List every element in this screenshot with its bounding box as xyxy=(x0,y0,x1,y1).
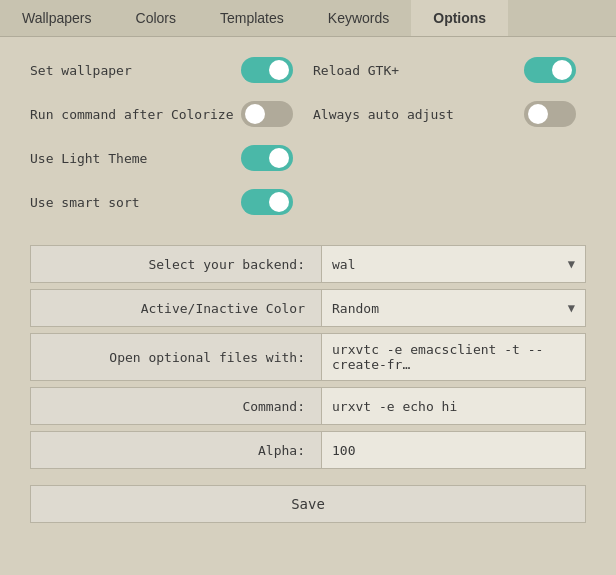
form-label-command: Command: xyxy=(31,391,321,422)
toggle-row-set-wallpaper: Set wallpaper xyxy=(30,57,303,83)
tab-keywords[interactable]: Keywords xyxy=(306,0,411,36)
toggle-row-smart-sort: Use smart sort xyxy=(30,189,303,215)
toggle-row-auto-adjust: Always auto adjust xyxy=(313,101,586,127)
toggle-reload-gtk[interactable] xyxy=(524,57,576,83)
active-inactive-value-text: Random xyxy=(332,301,379,316)
form-value-open-files[interactable]: urxvtc -e emacsclient -t --create-fr… xyxy=(321,334,585,380)
form-section: Select your backend: wal ▼ Active/Inacti… xyxy=(30,245,586,523)
toggle-thumb-run-command xyxy=(245,104,265,124)
content-area: Set wallpaper Reload GTK+ Run command af… xyxy=(0,37,616,575)
save-section: Save xyxy=(30,485,586,523)
tab-options[interactable]: Options xyxy=(411,0,508,36)
toggle-label-smart-sort: Use smart sort xyxy=(30,195,140,210)
toggle-light-theme[interactable] xyxy=(241,145,293,171)
tab-bar: Wallpapers Colors Templates Keywords Opt… xyxy=(0,0,616,37)
toggle-auto-adjust[interactable] xyxy=(524,101,576,127)
toggle-track-auto-adjust xyxy=(524,101,576,127)
toggle-track-run-command xyxy=(241,101,293,127)
form-value-backend[interactable]: wal ▼ xyxy=(321,246,585,282)
form-label-open-files: Open optional files with: xyxy=(31,342,321,373)
toggle-label-light-theme: Use Light Theme xyxy=(30,151,147,166)
toggle-thumb-smart-sort xyxy=(269,192,289,212)
toggle-track-reload-gtk xyxy=(524,57,576,83)
tab-wallpapers[interactable]: Wallpapers xyxy=(0,0,114,36)
toggle-label-auto-adjust: Always auto adjust xyxy=(313,107,454,122)
form-row-alpha: Alpha: 100 xyxy=(30,431,586,469)
form-value-alpha[interactable]: 100 xyxy=(321,432,585,468)
open-files-value-text: urxvtc -e emacsclient -t --create-fr… xyxy=(332,342,575,372)
toggle-thumb-set-wallpaper xyxy=(269,60,289,80)
form-label-alpha: Alpha: xyxy=(31,435,321,466)
toggle-track-light-theme xyxy=(241,145,293,171)
command-value-text: urxvt -e echo hi xyxy=(332,399,457,414)
form-value-active-inactive[interactable]: Random ▼ xyxy=(321,290,585,326)
app-container: Wallpapers Colors Templates Keywords Opt… xyxy=(0,0,616,575)
toggle-smart-sort[interactable] xyxy=(241,189,293,215)
toggle-set-wallpaper[interactable] xyxy=(241,57,293,83)
toggle-label-run-command: Run command after Colorize xyxy=(30,107,234,122)
backend-value-text: wal xyxy=(332,257,355,272)
form-row-backend: Select your backend: wal ▼ xyxy=(30,245,586,283)
form-row-command: Command: urxvt -e echo hi xyxy=(30,387,586,425)
backend-dropdown-arrow: ▼ xyxy=(568,257,575,271)
toggle-section: Set wallpaper Reload GTK+ Run command af… xyxy=(30,57,586,215)
toggle-label-reload-gtk: Reload GTK+ xyxy=(313,63,399,78)
toggle-row-run-command: Run command after Colorize xyxy=(30,101,303,127)
toggle-thumb-reload-gtk xyxy=(552,60,572,80)
toggle-row-light-theme: Use Light Theme xyxy=(30,145,303,171)
toggle-thumb-light-theme xyxy=(269,148,289,168)
tab-colors[interactable]: Colors xyxy=(114,0,198,36)
form-value-command[interactable]: urxvt -e echo hi xyxy=(321,388,585,424)
form-row-open-files: Open optional files with: urxvtc -e emac… xyxy=(30,333,586,381)
active-inactive-dropdown-arrow: ▼ xyxy=(568,301,575,315)
toggle-label-set-wallpaper: Set wallpaper xyxy=(30,63,132,78)
toggle-track-smart-sort xyxy=(241,189,293,215)
tab-templates[interactable]: Templates xyxy=(198,0,306,36)
toggle-run-command[interactable] xyxy=(241,101,293,127)
form-label-backend: Select your backend: xyxy=(31,249,321,280)
toggle-thumb-auto-adjust xyxy=(528,104,548,124)
toggle-row-reload-gtk: Reload GTK+ xyxy=(313,57,586,83)
toggle-track-set-wallpaper xyxy=(241,57,293,83)
alpha-value-text: 100 xyxy=(332,443,355,458)
form-label-active-inactive: Active/Inactive Color xyxy=(31,293,321,324)
form-row-active-inactive-color: Active/Inactive Color Random ▼ xyxy=(30,289,586,327)
save-button[interactable]: Save xyxy=(31,486,585,522)
